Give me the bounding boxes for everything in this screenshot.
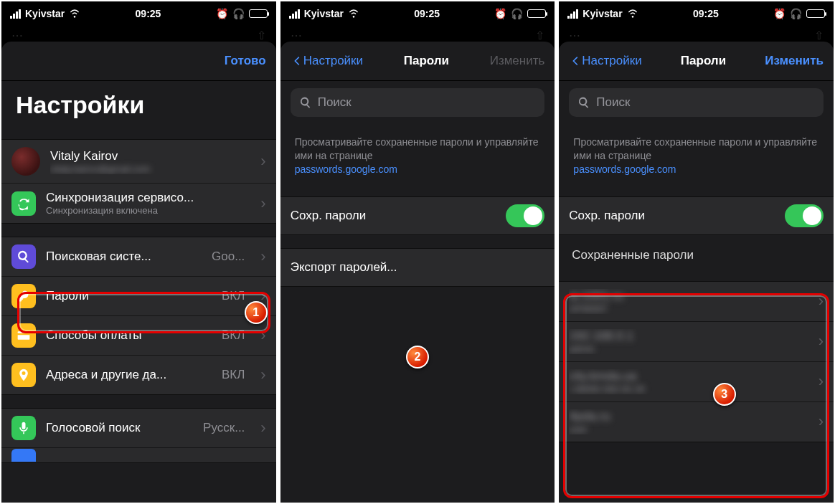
- voice-search-cell[interactable]: Голосовой поиск Русск... ›: [1, 408, 276, 447]
- navbar: Готово: [1, 42, 276, 81]
- search-placeholder: Поиск: [596, 95, 630, 110]
- alarm-icon: ⏰: [773, 8, 786, 19]
- avatar: [11, 147, 40, 176]
- site-label: ai.1001.ru: [569, 289, 802, 303]
- chevron-right-icon: ›: [819, 374, 824, 389]
- key-icon: [11, 284, 36, 308]
- chevron-right-icon: ›: [819, 414, 824, 429]
- site-label: 192.168.0.1: [569, 329, 802, 343]
- wifi-icon: [69, 7, 80, 21]
- payments-value: ВКЛ: [222, 328, 245, 343]
- sync-sub: Синхронизация включена: [46, 205, 245, 216]
- passwords-sheet: Настройки Пароли Изменить Поиск Просматр…: [280, 42, 555, 503]
- partial-icon: [11, 449, 36, 462]
- save-passwords-cell: Сохр. пароли: [559, 196, 834, 235]
- payments-cell[interactable]: Способы оплаты ВКЛ ›: [1, 315, 276, 355]
- headphones-icon: 🎧: [790, 8, 802, 19]
- navbar: Настройки Пароли Изменить: [559, 42, 834, 81]
- saved-passwords-header: Сохраненные пароли: [559, 235, 834, 268]
- edit-button[interactable]: Изменить: [490, 54, 545, 68]
- export-passwords-cell[interactable]: Экспорт паролей...: [280, 248, 555, 287]
- signal-icon: [567, 9, 578, 19]
- save-passwords-toggle[interactable]: [506, 204, 544, 227]
- carrier-label: Kyivstar: [304, 8, 344, 19]
- wifi-icon: [627, 7, 638, 21]
- search-engine-label: Поисковая систе...: [46, 249, 202, 264]
- chevron-right-icon: ›: [260, 328, 265, 343]
- carrier-label: Kyivstar: [25, 8, 65, 19]
- battery-icon: [527, 9, 546, 18]
- headphones-icon: 🎧: [511, 8, 523, 19]
- back-button[interactable]: Настройки: [291, 54, 363, 68]
- search-input[interactable]: Поиск: [291, 88, 545, 117]
- headphones-icon: 🎧: [232, 8, 245, 19]
- phone-screen-3: Kyivstar 09:25 ⏰ 🎧 ⋯⇧ Настройки Парол: [559, 1, 834, 503]
- search-engine-cell[interactable]: Поисковая систе... Goo... ›: [1, 237, 276, 276]
- profile-cell[interactable]: Vitaly Kairov vitaly.kairov@gmail.com ›: [1, 139, 276, 183]
- signal-icon: [289, 9, 300, 19]
- back-label: Настройки: [303, 54, 363, 68]
- sync-label: Синхронизация сервисо...: [46, 191, 245, 205]
- saved-passwords-list: ai.1001.ru AP49307 › 192.168.0.1 admin ›…: [559, 281, 834, 442]
- save-passwords-label: Сохр. пароли: [291, 209, 496, 223]
- pin-icon: [11, 363, 36, 387]
- passwords-cell[interactable]: Пароли ВКЛ ›: [1, 276, 276, 315]
- settings-sheet: Готово Настройки Vitaly Kairov vitaly.ka…: [1, 42, 276, 503]
- back-button[interactable]: Настройки: [569, 54, 641, 68]
- saved-password-item[interactable]: 4pda.ru user ›: [559, 401, 834, 442]
- chevron-right-icon: ›: [819, 293, 824, 309]
- navbar: Настройки Пароли Изменить: [280, 42, 555, 81]
- nav-title: Пароли: [404, 54, 449, 68]
- google-passwords-link[interactable]: passwords.google.com: [295, 163, 397, 175]
- saved-password-item[interactable]: ai.1001.ru AP49307 ›: [559, 281, 834, 321]
- google-passwords-link[interactable]: passwords.google.com: [573, 163, 676, 175]
- info-text: Просматривайте сохраненные пароли и упра…: [280, 125, 555, 184]
- passwords-sheet: Настройки Пароли Изменить Поиск Просматр…: [559, 42, 834, 503]
- export-label: Экспорт паролей...: [291, 260, 545, 275]
- user-label: +38050 000 00 29: [569, 384, 802, 394]
- sync-cell[interactable]: Синхронизация сервисо... Синхронизация в…: [1, 183, 276, 224]
- partial-cell[interactable]: [1, 447, 276, 463]
- profile-name: Vitaly Kairov: [50, 149, 245, 163]
- page-title: Настройки: [1, 81, 276, 126]
- clock-label: 09:25: [414, 8, 440, 19]
- alarm-icon: ⏰: [216, 8, 228, 19]
- user-label: AP49307: [569, 303, 802, 314]
- mic-icon: [11, 416, 36, 440]
- status-bar: Kyivstar 09:25 ⏰ 🎧: [1, 1, 276, 26]
- chevron-right-icon: ›: [260, 420, 265, 436]
- site-label: 4pda.ru: [569, 409, 802, 424]
- back-label: Настройки: [582, 54, 641, 68]
- addresses-value: ВКЛ: [222, 368, 245, 382]
- passwords-value: ВКЛ: [222, 289, 245, 303]
- search-engine-icon: [11, 244, 36, 269]
- wifi-icon: [348, 7, 359, 21]
- chevron-right-icon: ›: [819, 333, 824, 349]
- nav-title: Пароли: [681, 54, 726, 68]
- search-icon: [299, 96, 312, 109]
- chevron-right-icon: ›: [260, 288, 265, 304]
- search-engine-value: Goo...: [212, 249, 245, 264]
- sync-icon: [11, 191, 36, 216]
- save-passwords-cell: Сохр. пароли: [280, 196, 555, 235]
- chevron-right-icon: ›: [260, 249, 265, 265]
- search-input[interactable]: Поиск: [569, 88, 824, 117]
- saved-password-item[interactable]: city.kmda.ua +38050 000 00 29 ›: [559, 361, 834, 401]
- clock-label: 09:25: [136, 8, 161, 19]
- card-icon: [11, 323, 36, 348]
- chevron-right-icon: ›: [260, 196, 265, 211]
- addresses-cell[interactable]: Адреса и другие да... ВКЛ ›: [1, 355, 276, 395]
- edit-button[interactable]: Изменить: [765, 54, 824, 68]
- clock-label: 09:25: [693, 8, 719, 19]
- phone-screen-1: Kyivstar 09:25 ⏰ 🎧 ⋯⇧ Готово Настройки: [1, 1, 276, 503]
- voice-value: Русск...: [203, 421, 245, 435]
- saved-password-item[interactable]: 192.168.0.1 admin ›: [559, 321, 834, 361]
- site-label: city.kmda.ua: [569, 369, 802, 384]
- info-text: Просматривайте сохраненные пароли и упра…: [559, 125, 834, 184]
- voice-label: Голосовой поиск: [46, 421, 193, 435]
- search-placeholder: Поиск: [318, 95, 352, 110]
- search-icon: [577, 96, 590, 109]
- status-bar: Kyivstar 09:25 ⏰ 🎧: [280, 1, 555, 26]
- save-passwords-toggle[interactable]: [785, 204, 824, 227]
- done-button[interactable]: Готово: [225, 54, 266, 68]
